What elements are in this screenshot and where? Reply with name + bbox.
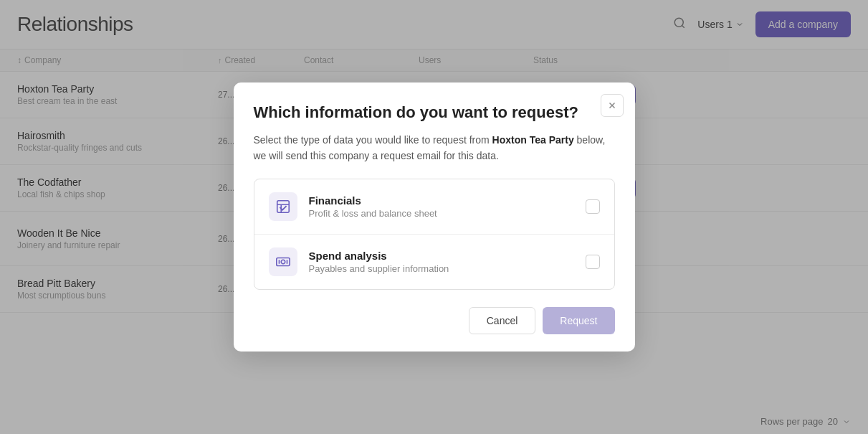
financials-option[interactable]: Financials Profit & loss and balance she… (254, 179, 614, 235)
svg-rect-4 (277, 200, 289, 212)
svg-point-8 (281, 260, 285, 264)
close-button[interactable] (601, 94, 624, 117)
financials-icon (269, 192, 297, 221)
modal-footer: Cancel Request (254, 307, 615, 313)
financials-text: Financials Profit & loss and balance she… (309, 194, 574, 219)
financials-checkbox[interactable] (586, 199, 600, 214)
request-button[interactable]: Request (543, 307, 614, 313)
modal-description: Select the type of data you would like t… (254, 132, 615, 164)
close-icon (607, 100, 617, 110)
spend-analysis-option[interactable]: Spend analysis Payables and supplier inf… (254, 235, 614, 289)
spend-analysis-text: Spend analysis Payables and supplier inf… (309, 250, 574, 274)
options-container: Financials Profit & loss and balance she… (254, 179, 615, 290)
modal-title: Which information do you want to request… (254, 103, 583, 123)
spend-analysis-icon (269, 247, 297, 276)
company-name-highlight: Hoxton Tea Party (492, 134, 574, 146)
modal-overlay[interactable]: Which information do you want to request… (0, 0, 868, 313)
spend-analysis-checkbox[interactable] (586, 255, 600, 269)
cancel-button[interactable]: Cancel (469, 307, 536, 313)
svg-rect-7 (276, 258, 289, 265)
modal-dialog: Which information do you want to request… (234, 82, 635, 313)
